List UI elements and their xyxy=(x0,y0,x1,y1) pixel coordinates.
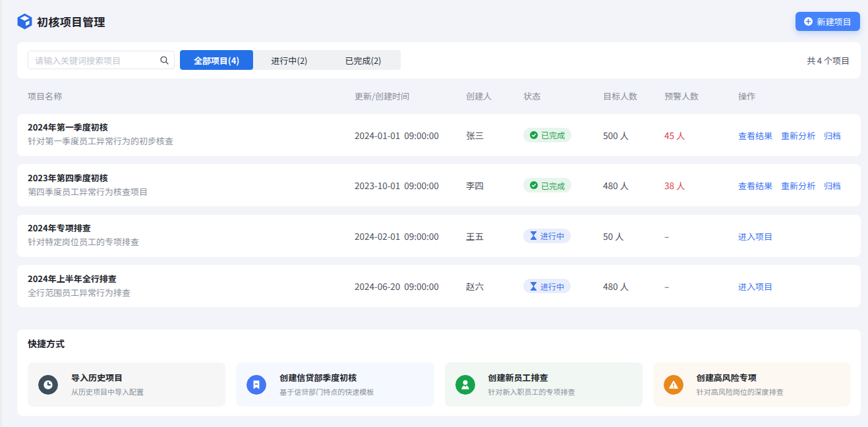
new-project-button[interactable]: 新建项目 xyxy=(796,12,860,31)
update-time: 2024-02-01 09:00:00 xyxy=(355,229,439,242)
update-time: 2023-10-01 09:00:00 xyxy=(355,179,439,192)
status-badge: 已完成 xyxy=(523,178,571,192)
action-view-results[interactable]: 查看结果 xyxy=(738,128,772,141)
action-archive[interactable]: 归档 xyxy=(824,179,841,192)
target-count: 480 人 xyxy=(603,279,629,293)
app-logo-box-icon xyxy=(17,13,32,30)
shortcut-desc: 针对新入职员工的专项排查 xyxy=(488,385,575,398)
col-warning-count: 预警人数 xyxy=(664,91,699,101)
project-name-cell: 2024年上半年全行排查 全行范围员工异常行为排查 xyxy=(28,272,130,299)
shortcut-import-history[interactable]: 导入历史项目 从历史项目中导入配置 xyxy=(28,362,225,407)
status-cell: 已完成 xyxy=(523,128,571,142)
project-name: 2024年上半年全行排查 xyxy=(28,272,130,285)
target-count: 500 人 xyxy=(603,128,629,142)
toolbar: 全部项目(4) 进行中(2) 已完成(2) 共 4 个项目 xyxy=(17,42,861,78)
shortcut-title: 创建信贷部季度初核 xyxy=(279,371,374,384)
table-row: 2024年第一季度初核 针对第一季度员工异常行为的初步核查 2024-01-01… xyxy=(17,114,861,156)
plus-circle-icon xyxy=(804,17,813,26)
row-actions: 查看结果 重新分析 归档 xyxy=(738,179,841,192)
warning-count: – xyxy=(664,279,669,293)
col-target-count: 目标人数 xyxy=(603,91,637,101)
project-name-cell: 2024年第一季度初核 针对第一季度员工异常行为的初步核查 xyxy=(28,121,173,148)
search-input[interactable] xyxy=(28,51,175,69)
col-update-time: 更新/创建时间 xyxy=(355,91,409,101)
shortcut-title: 创建高风险专项 xyxy=(697,371,784,384)
target-count: 50 人 xyxy=(603,229,624,242)
filter-tabs: 全部项目(4) 进行中(2) 已完成(2) xyxy=(180,50,401,70)
target-count: 480 人 xyxy=(603,179,629,192)
status-label: 已完成 xyxy=(541,180,565,191)
bookmark-icon xyxy=(246,375,266,395)
shortcut-high-risk-special[interactable]: 创建高风险专项 针对高风险岗位的深度排查 xyxy=(653,362,851,407)
col-actions: 操作 xyxy=(738,91,755,101)
status-badge: 进行中 xyxy=(523,229,571,243)
page-title: 初核项目管理 xyxy=(37,15,105,28)
shortcut-new-employee-check[interactable]: 创建新员工排查 针对新入职员工的专项排查 xyxy=(445,362,643,407)
status-cell: 进行中 xyxy=(523,229,571,243)
table-row: 2023年第四季度初核 第四季度员工异常行为核查项目 2023-10-01 09… xyxy=(17,164,861,206)
row-actions: 进入项目 xyxy=(738,280,772,293)
tab-completed[interactable]: 已完成(2) xyxy=(326,50,401,70)
tab-in-progress[interactable]: 进行中(2) xyxy=(253,50,326,70)
shortcut-credit-dept-template[interactable]: 创建信贷部季度初核 基于信贷部门特点的快速模板 xyxy=(236,362,434,407)
project-name: 2023年第四季度初核 xyxy=(28,171,148,185)
tab-all-projects[interactable]: 全部项目(4) xyxy=(180,50,253,70)
action-enter-project[interactable]: 进入项目 xyxy=(738,280,772,293)
creator: 李四 xyxy=(466,179,484,192)
project-name: 2024年第一季度初核 xyxy=(28,121,173,134)
project-name-cell: 2023年第四季度初核 第四季度员工异常行为核查项目 xyxy=(28,171,148,198)
status-label: 已完成 xyxy=(541,129,565,140)
shortcut-desc: 针对高风险岗位的深度排查 xyxy=(697,385,784,398)
col-status: 状态 xyxy=(523,91,540,101)
new-project-label: 新建项目 xyxy=(817,15,851,28)
hourglass-icon xyxy=(530,282,537,291)
project-desc: 针对第一季度员工异常行为的初步核查 xyxy=(28,134,173,148)
action-reanalyze[interactable]: 重新分析 xyxy=(781,128,815,141)
shortcut-title: 导入历史项目 xyxy=(71,371,144,384)
status-label: 进行中 xyxy=(540,230,564,241)
row-actions: 查看结果 重新分析 归档 xyxy=(738,128,841,141)
search-icon[interactable] xyxy=(160,56,169,65)
action-enter-project[interactable]: 进入项目 xyxy=(738,229,772,242)
project-desc: 第四季度员工异常行为核查项目 xyxy=(28,185,148,198)
creator: 赵六 xyxy=(466,279,484,293)
project-name: 2024年专项排查 xyxy=(28,221,139,235)
user-icon xyxy=(455,375,475,395)
project-name-cell: 2024年专项排查 针对特定岗位员工的专项排查 xyxy=(28,221,139,248)
check-circle-icon xyxy=(530,131,538,139)
shortcuts-grid: 导入历史项目 从历史项目中导入配置 创建信贷部季度初核 基于信贷部门特点的快速模… xyxy=(28,362,851,407)
shortcuts-title: 快捷方式 xyxy=(28,337,65,350)
warning-count: – xyxy=(664,229,669,242)
warning-count: 38 人 xyxy=(664,179,685,192)
window-edge xyxy=(0,0,2,427)
action-view-results[interactable]: 查看结果 xyxy=(738,179,772,192)
shortcuts-section: 快捷方式 导入历史项目 从历史项目中导入配置 创建信贷部季度初核 基于信贷部门特… xyxy=(17,329,861,416)
status-badge: 进行中 xyxy=(523,279,571,293)
creator: 王五 xyxy=(466,229,484,242)
table-row: 2024年专项排查 针对特定岗位员工的专项排查 2024-02-01 09:00… xyxy=(17,215,861,257)
update-time: 2024-06-20 09:00:00 xyxy=(355,279,439,293)
hourglass-icon xyxy=(530,231,537,240)
clock-icon xyxy=(38,375,58,395)
project-desc: 针对特定岗位员工的专项排查 xyxy=(28,235,139,248)
check-circle-icon xyxy=(530,181,538,189)
creator: 张三 xyxy=(466,128,484,142)
col-project-name: 项目名称 xyxy=(28,91,62,101)
status-label: 进行中 xyxy=(540,281,564,292)
total-count: 共 4 个项目 xyxy=(807,42,850,78)
row-actions: 进入项目 xyxy=(738,229,772,242)
status-badge: 已完成 xyxy=(523,128,571,142)
table-header: 项目名称 更新/创建时间 创建人 状态 目标人数 预警人数 操作 xyxy=(0,88,868,103)
action-archive[interactable]: 归档 xyxy=(824,128,841,141)
shortcut-desc: 基于信贷部门特点的快速模板 xyxy=(279,385,374,398)
warning-count: 45 人 xyxy=(664,128,685,142)
action-reanalyze[interactable]: 重新分析 xyxy=(781,179,815,192)
shortcut-title: 创建新员工排查 xyxy=(488,371,575,384)
project-desc: 全行范围员工异常行为排查 xyxy=(28,286,130,299)
shortcut-desc: 从历史项目中导入配置 xyxy=(71,385,144,398)
status-cell: 已完成 xyxy=(523,178,571,192)
table-row: 2024年上半年全行排查 全行范围员工异常行为排查 2024-06-20 09:… xyxy=(17,265,861,307)
col-creator: 创建人 xyxy=(466,91,492,101)
page: 初核项目管理 新建项目 全部项目(4) 进行中(2) 已完成(2) 共 4 个项… xyxy=(0,0,868,427)
update-time: 2024-01-01 09:00:00 xyxy=(355,128,439,142)
